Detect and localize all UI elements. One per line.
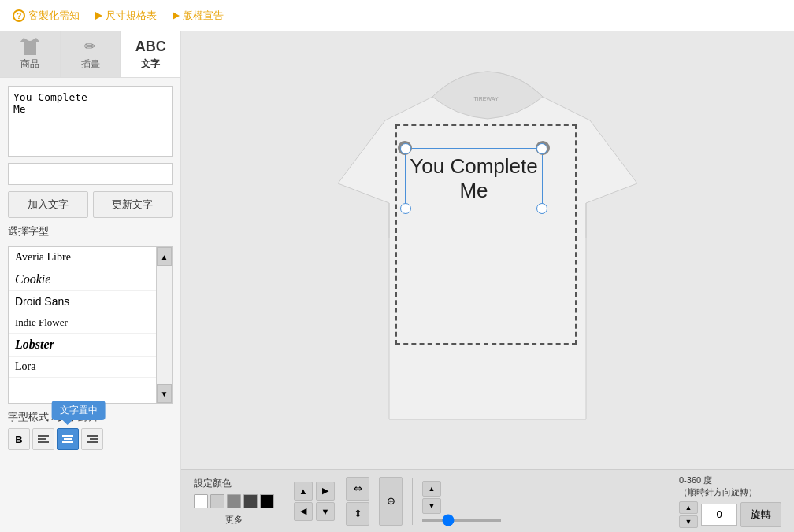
font-item-averia-libre[interactable]: Averia Libre (9, 247, 156, 268)
more-colors-button[interactable]: 更多 (194, 514, 274, 526)
move-grid: ▲ ▶ ◀ ▼ (294, 482, 336, 521)
copyright-label: 版權宣告 (183, 9, 224, 23)
scroll-down-arrow[interactable]: ▼ (157, 384, 172, 403)
rotate-up-button[interactable]: ▲ (679, 501, 698, 514)
scroll-up-arrow[interactable]: ▲ (157, 247, 172, 266)
style-section: 字型樣式 / 文字對齊 B (8, 410, 173, 450)
align-left-icon (38, 434, 49, 444)
tabs-row: 商品 ✏ 插畫 ABC 文字 (0, 31, 180, 78)
move-left-button[interactable]: ◀ (294, 502, 313, 521)
flip-h-button[interactable]: ⇔ (346, 477, 369, 501)
rotate-section: 0-360 度 （順時針方向旋轉） ▲ ▼ 旋轉 (679, 475, 781, 528)
font-section-label: 選擇字型 (8, 224, 173, 238)
bottom-toolbar: 設定顏色 更多 ▲ ▶ ◀ ▼ (181, 469, 794, 532)
divider-2 (412, 478, 413, 525)
font-item-lora[interactable]: Lora (9, 357, 156, 378)
svg-text:TIREWAY: TIREWAY (473, 96, 498, 102)
handle-top-left[interactable] (400, 143, 411, 154)
shirt-wrapper: TIREWAY ✕ ↻ You CompleteMe (338, 57, 637, 443)
tab-paint[interactable]: ✏ 插畫 (61, 31, 121, 77)
top-bar: ? 客製化需知 尺寸規格表 版權宣告 (0, 0, 794, 31)
text-second-input[interactable] (8, 163, 173, 185)
move-up-button[interactable]: ▲ (294, 482, 313, 501)
panel-body: You Complete Me 加入文字 更新文字 選擇字型 Averia Li… (0, 78, 180, 532)
shirt-icon (20, 38, 40, 55)
font-list-scrollbar: ▲ ▼ (156, 247, 172, 403)
zoom-section: ▲ ▼ (422, 481, 501, 522)
tab-text-label: 文字 (141, 57, 160, 71)
brush-icon: ✏ (84, 38, 96, 55)
handle-bottom-right[interactable] (536, 203, 547, 214)
size-chart-link[interactable]: 尺寸規格表 (95, 9, 157, 23)
align-center-icon (62, 434, 73, 444)
move-down-button[interactable]: ▼ (316, 502, 335, 521)
handle-bottom-left[interactable] (400, 203, 411, 214)
color-swatches (194, 494, 274, 508)
play-icon-2 (173, 12, 180, 20)
swatch-dark-gray[interactable] (243, 494, 258, 508)
zoom-row: ▲ ▼ (422, 481, 501, 514)
swatch-gray[interactable] (227, 494, 241, 508)
text-input[interactable]: You Complete Me (8, 86, 173, 157)
swatch-white[interactable] (194, 494, 208, 508)
text-box[interactable]: ✕ ↻ You CompleteMe (405, 148, 543, 209)
align-center-button-wrapper: 文字置中 (57, 428, 79, 450)
rotate-down-button[interactable]: ▼ (679, 515, 698, 528)
color-label: 設定顏色 (194, 477, 274, 490)
rotate-input[interactable] (701, 504, 737, 526)
tab-product[interactable]: 商品 (0, 31, 61, 77)
tab-paint-label: 插畫 (81, 57, 100, 71)
font-item-cookie[interactable]: Cookie (9, 268, 156, 291)
font-list[interactable]: Averia Libre Cookie Droid Sans Indie Flo… (9, 247, 156, 403)
size-chart-label: 尺寸規格表 (106, 9, 157, 23)
add-text-button[interactable]: 加入文字 (8, 191, 88, 218)
font-item-lobster[interactable]: Lobster (9, 334, 156, 357)
move-right-button[interactable]: ▶ (316, 482, 335, 501)
print-area: ✕ ↻ You CompleteMe (395, 124, 577, 345)
center-button[interactable]: ⊕ (379, 477, 403, 526)
align-right-icon (87, 434, 98, 444)
move-section: ▲ ▶ ◀ ▼ (294, 482, 336, 521)
color-section: 設定顏色 更多 (194, 477, 274, 526)
align-center-button[interactable] (57, 428, 79, 450)
text-icon: ABC (135, 39, 166, 55)
play-icon-1 (95, 12, 102, 20)
tab-product-label: 商品 (20, 57, 39, 71)
align-right-button[interactable] (81, 428, 103, 450)
flip-section: ⇔ ⇕ (346, 477, 369, 526)
rotate-go-button[interactable]: 旋轉 (740, 502, 781, 527)
rotate-label: 0-360 度 （順時針方向旋轉） (679, 475, 781, 498)
text-box-content: You CompleteMe (410, 154, 537, 203)
align-left-button[interactable] (32, 428, 54, 450)
zoom-slider[interactable] (422, 519, 501, 522)
canvas-area: TIREWAY ✕ ↻ You CompleteMe (181, 31, 794, 532)
tooltip-text-center: 文字置中 (52, 401, 106, 420)
zoom-up-arrow[interactable]: ▲ (422, 481, 441, 497)
swatch-light-gray[interactable] (210, 494, 224, 508)
font-list-container: Averia Libre Cookie Droid Sans Indie Flo… (8, 246, 173, 404)
handle-top-right[interactable] (536, 143, 547, 154)
copyright-link[interactable]: 版權宣告 (173, 9, 224, 23)
custom-notice-label: 客製化需知 (28, 9, 80, 23)
font-item-droid-sans[interactable]: Droid Sans (9, 291, 156, 312)
action-buttons: 加入文字 更新文字 (8, 191, 173, 218)
divider-1 (284, 478, 284, 525)
custom-notice-link[interactable]: ? 客製化需知 (13, 9, 80, 23)
rotate-arrows: ▲ ▼ (679, 501, 698, 528)
rotate-controls: ▲ ▼ 旋轉 (679, 501, 781, 528)
main-content: 商品 ✏ 插畫 ABC 文字 You Complete Me 加入文字 更新文字 (0, 31, 794, 532)
tab-text[interactable]: ABC 文字 (121, 31, 180, 77)
question-icon: ? (13, 9, 25, 22)
update-text-button[interactable]: 更新文字 (93, 191, 173, 218)
zoom-down-arrow[interactable]: ▼ (422, 498, 441, 514)
left-panel: 商品 ✏ 插畫 ABC 文字 You Complete Me 加入文字 更新文字 (0, 31, 181, 532)
font-item-indie-flower[interactable]: Indie Flower (9, 312, 156, 334)
flip-v-button[interactable]: ⇕ (346, 502, 369, 526)
bold-button[interactable]: B (8, 428, 30, 450)
zoom-nav: ▲ ▼ (422, 481, 441, 514)
shirt-canvas: TIREWAY ✕ ↻ You CompleteMe (181, 31, 794, 469)
style-buttons-row: B (8, 428, 173, 450)
swatch-black[interactable] (260, 494, 274, 508)
